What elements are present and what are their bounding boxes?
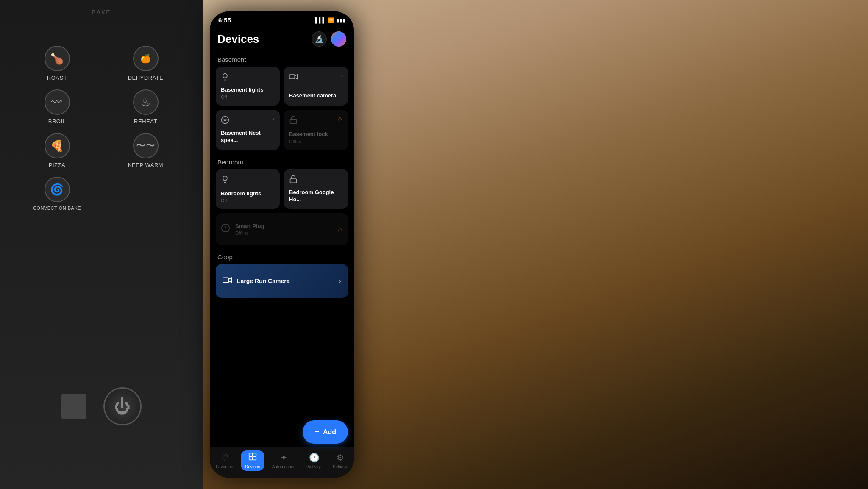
oven-power-area: ⏻: [61, 387, 142, 425]
avatar-button[interactable]: [331, 31, 346, 47]
svg-rect-11: [223, 278, 229, 282]
smart-plug-icon: [221, 223, 230, 235]
smart-plug-card[interactable]: Smart Plug Offline ⚠: [216, 213, 348, 245]
svg-rect-5: [290, 119, 297, 123]
phone-wrapper: 6:55 ▌▌▌ 🛜 ▮▮▮ Devices 🔬: [203, 0, 360, 489]
bedroom-device-grid: Bedroom lights Off: [216, 169, 348, 209]
settings-label: Settings: [333, 464, 348, 469]
nav-settings[interactable]: ⚙ Settings: [328, 451, 352, 471]
basement-section-header: Basement: [216, 52, 348, 67]
page-title: Devices: [217, 33, 259, 46]
svg-rect-2: [289, 75, 295, 79]
devices-label: Devices: [245, 464, 260, 469]
oven-btn-broil[interactable]: 〰 BROIL: [17, 89, 97, 125]
nav-automations[interactable]: ✦ Automations: [268, 451, 300, 471]
oven-panel: BAKE 🍗 ROAST 🍊 DEHYDRATE 〰 BROIL ♨ REHEA…: [0, 0, 203, 489]
large-camera-name: Large Run Camera: [237, 278, 289, 284]
basement-lights-card[interactable]: Basement lights Off: [216, 67, 280, 106]
add-icon: +: [314, 427, 320, 437]
basement-lights-top: [221, 72, 275, 83]
svg-point-0: [331, 31, 346, 47]
app-content: Devices 🔬: [210, 27, 354, 478]
oven-btn-convection[interactable]: 🌀 CONVECTION BAKE: [17, 177, 97, 211]
oven-square-btn[interactable]: [61, 394, 86, 419]
bottom-spacer: [216, 302, 348, 336]
basement-lock-top: ⚠: [289, 116, 343, 126]
lock-warning-icon: ⚠: [337, 116, 343, 122]
bedroom-lights-name: Bedroom lights: [221, 190, 275, 197]
automations-icon: ✦: [280, 453, 287, 463]
speaker-icon: [221, 116, 229, 126]
app-header: Devices 🔬: [210, 27, 354, 52]
basement-lights-name: Basement lights: [221, 86, 275, 94]
svg-rect-12: [249, 453, 253, 457]
camera-card-content: Large Run Camera: [223, 275, 289, 287]
automations-label: Automations: [272, 464, 296, 469]
bedroom-google-top: ›: [289, 175, 343, 186]
camera-chevron: ›: [341, 72, 343, 78]
svg-rect-15: [253, 457, 256, 460]
google-home-icon: [289, 175, 298, 186]
bedroom-google-name: Bedroom Google Ho...: [289, 189, 343, 203]
basement-camera-card[interactable]: › Basement camera: [284, 67, 348, 106]
camera-icon: [289, 72, 298, 83]
smart-plug-status: Offline: [235, 231, 264, 236]
activity-icon: 🕐: [309, 453, 320, 463]
oven-btn-reheat[interactable]: ♨ REHEAT: [106, 89, 186, 125]
bedroom-lights-top: [221, 175, 275, 186]
basement-lock-card[interactable]: ⚠ Basement lock Offline: [284, 110, 348, 150]
basement-lock-name: Basement lock: [289, 131, 343, 138]
svg-point-4: [224, 119, 226, 121]
basement-camera-top: ›: [289, 72, 343, 83]
add-button[interactable]: + Add: [303, 420, 348, 444]
lab-icon-button[interactable]: 🔬: [312, 31, 327, 47]
oven-btn-pizza[interactable]: 🍕 PIZZA: [17, 133, 97, 168]
nav-favorites[interactable]: ♡ Favorites: [211, 451, 237, 471]
large-run-camera-card[interactable]: Large Run Camera ›: [216, 264, 348, 298]
basement-nest-name: Basement Nest spea...: [221, 130, 275, 144]
basement-nest-top: ›: [221, 116, 275, 126]
basement-device-grid: Basement lights Off: [216, 67, 348, 150]
oven-btn-dehydrate[interactable]: 🍊 DEHYDRATE: [106, 46, 186, 81]
bedroom-google-card[interactable]: › Bedroom Google Ho...: [284, 169, 348, 209]
basement-lights-status: Off: [221, 94, 275, 100]
battery-icon: ▮▮▮: [337, 17, 345, 23]
oven-power-btn[interactable]: ⏻: [103, 387, 142, 425]
devices-icon: [248, 452, 257, 463]
basement-camera-name: Basement camera: [289, 92, 343, 100]
large-camera-chevron: ›: [339, 277, 341, 286]
bedroom-lights-status: Off: [221, 198, 275, 203]
large-camera-icon: [223, 275, 232, 287]
coop-section-header: Coop: [216, 249, 348, 264]
bedroom-lights-card[interactable]: Bedroom lights Off: [216, 169, 280, 209]
oven-buttons-grid: 🍗 ROAST 🍊 DEHYDRATE 〰 BROIL ♨ REHEAT 🍕 P…: [0, 37, 203, 219]
oven-btn-roast[interactable]: 🍗 ROAST: [17, 46, 97, 81]
smart-plug-warning-icon: ⚠: [337, 226, 343, 233]
nav-activity[interactable]: 🕐 Activity: [303, 451, 325, 471]
oven-btn-keepwarm[interactable]: 〜〜 KEEP WARM: [106, 133, 186, 168]
add-label: Add: [323, 428, 336, 436]
google-chevron: ›: [341, 175, 343, 181]
bottom-nav: ♡ Favorites Devices ✦: [210, 447, 354, 478]
svg-point-3: [222, 117, 229, 124]
bedroom-section-header: Bedroom: [216, 154, 348, 169]
status-icons: ▌▌▌ 🛜 ▮▮▮: [315, 17, 345, 23]
status-time: 6:55: [218, 17, 231, 24]
smart-plug-text: Smart Plug Offline: [235, 223, 264, 236]
favorites-label: Favorites: [216, 464, 233, 469]
dynamic-island: [261, 16, 303, 28]
basement-nest-card[interactable]: › Basement Nest spea...: [216, 110, 280, 150]
nav-devices[interactable]: Devices: [241, 450, 264, 471]
signal-icon: ▌▌▌: [315, 17, 326, 23]
svg-rect-7: [290, 179, 297, 183]
svg-rect-14: [249, 457, 253, 460]
bedroom-light-icon: [221, 175, 229, 186]
nest-chevron: ›: [273, 116, 275, 122]
phone-device: 6:55 ▌▌▌ 🛜 ▮▮▮ Devices 🔬: [210, 11, 354, 478]
settings-icon: ⚙: [337, 453, 344, 463]
wifi-icon: 🛜: [328, 17, 334, 23]
device-list: Basement Base: [210, 52, 354, 447]
oven-header: BAKE: [0, 0, 203, 25]
favorites-icon: ♡: [221, 453, 228, 463]
svg-rect-13: [253, 453, 256, 457]
